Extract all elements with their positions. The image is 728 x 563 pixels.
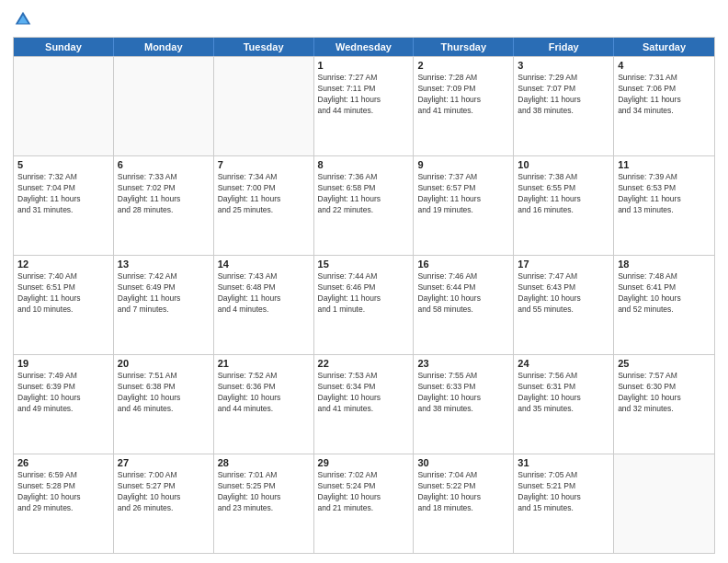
cell-day-number: 23 bbox=[417, 358, 509, 369]
header bbox=[13, 9, 715, 29]
cell-info: Sunrise: 7:39 AM Sunset: 6:53 PM Dayligh… bbox=[618, 172, 711, 216]
cell-info: Sunrise: 7:40 AM Sunset: 6:51 PM Dayligh… bbox=[17, 271, 109, 316]
cell-day-number: 8 bbox=[318, 159, 410, 170]
cell-info: Sunrise: 7:38 AM Sunset: 6:55 PM Dayligh… bbox=[518, 172, 609, 216]
cell-info: Sunrise: 7:47 AM Sunset: 6:43 PM Dayligh… bbox=[518, 271, 609, 316]
cell-info: Sunrise: 7:46 AM Sunset: 6:44 PM Dayligh… bbox=[417, 271, 509, 316]
cell-day-number: 2 bbox=[417, 60, 509, 71]
cell-day-number: 9 bbox=[417, 159, 509, 170]
header-day-friday: Friday bbox=[514, 38, 614, 56]
cell-day-number: 27 bbox=[118, 457, 210, 468]
calendar-cell: 22Sunrise: 7:53 AM Sunset: 6:34 PM Dayli… bbox=[314, 355, 415, 454]
cell-info: Sunrise: 7:31 AM Sunset: 7:06 PM Dayligh… bbox=[618, 73, 711, 117]
calendar-cell: 24Sunrise: 7:56 AM Sunset: 6:31 PM Dayli… bbox=[514, 355, 614, 454]
calendar-cell: 19Sunrise: 7:49 AM Sunset: 6:39 PM Dayli… bbox=[14, 355, 114, 454]
calendar-cell: 18Sunrise: 7:48 AM Sunset: 6:41 PM Dayli… bbox=[614, 256, 714, 354]
cell-info: Sunrise: 7:57 AM Sunset: 6:30 PM Dayligh… bbox=[618, 371, 711, 415]
cell-day-number: 16 bbox=[417, 259, 509, 270]
cell-info: Sunrise: 7:48 AM Sunset: 6:41 PM Dayligh… bbox=[618, 271, 711, 316]
cell-info: Sunrise: 6:59 AM Sunset: 5:28 PM Dayligh… bbox=[17, 470, 109, 514]
calendar-cell bbox=[614, 454, 714, 553]
cell-day-number: 6 bbox=[118, 159, 210, 170]
cell-info: Sunrise: 7:42 AM Sunset: 6:49 PM Dayligh… bbox=[118, 271, 210, 316]
calendar: SundayMondayTuesdayWednesdayThursdayFrid… bbox=[13, 37, 715, 554]
calendar-cell: 7Sunrise: 7:34 AM Sunset: 7:00 PM Daylig… bbox=[214, 156, 314, 255]
calendar-cell: 25Sunrise: 7:57 AM Sunset: 6:30 PM Dayli… bbox=[614, 355, 714, 454]
cell-day-number: 28 bbox=[218, 457, 310, 468]
calendar-cell: 2Sunrise: 7:28 AM Sunset: 7:09 PM Daylig… bbox=[414, 57, 514, 155]
calendar-cell: 17Sunrise: 7:47 AM Sunset: 6:43 PM Dayli… bbox=[514, 256, 614, 354]
cell-info: Sunrise: 7:05 AM Sunset: 5:21 PM Dayligh… bbox=[518, 470, 609, 514]
calendar-cell: 28Sunrise: 7:01 AM Sunset: 5:25 PM Dayli… bbox=[214, 454, 314, 553]
cell-info: Sunrise: 7:36 AM Sunset: 6:58 PM Dayligh… bbox=[318, 172, 410, 216]
calendar-cell: 13Sunrise: 7:42 AM Sunset: 6:49 PM Dayli… bbox=[114, 256, 214, 354]
cell-day-number: 19 bbox=[17, 358, 109, 369]
calendar-cell: 29Sunrise: 7:02 AM Sunset: 5:24 PM Dayli… bbox=[314, 454, 415, 553]
cell-day-number: 22 bbox=[318, 358, 410, 369]
calendar-cell: 21Sunrise: 7:52 AM Sunset: 6:36 PM Dayli… bbox=[214, 355, 314, 454]
calendar-cell: 27Sunrise: 7:00 AM Sunset: 5:27 PM Dayli… bbox=[114, 454, 214, 553]
cell-day-number: 3 bbox=[518, 60, 609, 71]
cell-info: Sunrise: 7:56 AM Sunset: 6:31 PM Dayligh… bbox=[518, 371, 609, 415]
calendar-header: SundayMondayTuesdayWednesdayThursdayFrid… bbox=[14, 38, 714, 56]
calendar-cell: 30Sunrise: 7:04 AM Sunset: 5:22 PM Dayli… bbox=[414, 454, 514, 553]
header-day-sunday: Sunday bbox=[14, 38, 114, 56]
calendar-cell: 15Sunrise: 7:44 AM Sunset: 6:46 PM Dayli… bbox=[314, 256, 415, 354]
calendar-cell: 31Sunrise: 7:05 AM Sunset: 5:21 PM Dayli… bbox=[514, 454, 614, 553]
cell-info: Sunrise: 7:28 AM Sunset: 7:09 PM Dayligh… bbox=[417, 73, 509, 117]
cell-info: Sunrise: 7:53 AM Sunset: 6:34 PM Dayligh… bbox=[318, 371, 410, 415]
calendar-cell: 12Sunrise: 7:40 AM Sunset: 6:51 PM Dayli… bbox=[14, 256, 114, 354]
calendar-cell: 11Sunrise: 7:39 AM Sunset: 6:53 PM Dayli… bbox=[614, 156, 714, 255]
cell-info: Sunrise: 7:52 AM Sunset: 6:36 PM Dayligh… bbox=[218, 371, 310, 415]
calendar-cell: 4Sunrise: 7:31 AM Sunset: 7:06 PM Daylig… bbox=[614, 57, 714, 155]
cell-info: Sunrise: 7:33 AM Sunset: 7:02 PM Dayligh… bbox=[118, 172, 210, 216]
header-day-saturday: Saturday bbox=[614, 38, 714, 56]
calendar-cell: 1Sunrise: 7:27 AM Sunset: 7:11 PM Daylig… bbox=[314, 57, 415, 155]
calendar-cell: 20Sunrise: 7:51 AM Sunset: 6:38 PM Dayli… bbox=[114, 355, 214, 454]
cell-day-number: 5 bbox=[17, 159, 109, 170]
calendar-row-2: 12Sunrise: 7:40 AM Sunset: 6:51 PM Dayli… bbox=[14, 255, 714, 354]
cell-info: Sunrise: 7:02 AM Sunset: 5:24 PM Dayligh… bbox=[318, 470, 410, 514]
cell-day-number: 14 bbox=[218, 259, 310, 270]
cell-day-number: 21 bbox=[218, 358, 310, 369]
cell-day-number: 15 bbox=[318, 259, 410, 270]
cell-info: Sunrise: 7:00 AM Sunset: 5:27 PM Dayligh… bbox=[118, 470, 210, 514]
calendar-row-4: 26Sunrise: 6:59 AM Sunset: 5:28 PM Dayli… bbox=[14, 454, 714, 553]
cell-day-number: 11 bbox=[618, 159, 711, 170]
cell-day-number: 18 bbox=[618, 259, 711, 270]
cell-day-number: 31 bbox=[518, 457, 609, 468]
calendar-cell: 3Sunrise: 7:29 AM Sunset: 7:07 PM Daylig… bbox=[514, 57, 614, 155]
calendar-cell: 9Sunrise: 7:37 AM Sunset: 6:57 PM Daylig… bbox=[414, 156, 514, 255]
logo-icon bbox=[13, 9, 33, 29]
cell-day-number: 17 bbox=[518, 259, 609, 270]
calendar-cell: 8Sunrise: 7:36 AM Sunset: 6:58 PM Daylig… bbox=[314, 156, 415, 255]
header-day-thursday: Thursday bbox=[414, 38, 514, 56]
calendar-cell: 16Sunrise: 7:46 AM Sunset: 6:44 PM Dayli… bbox=[414, 256, 514, 354]
cell-info: Sunrise: 7:51 AM Sunset: 6:38 PM Dayligh… bbox=[118, 371, 210, 415]
cell-day-number: 20 bbox=[118, 358, 210, 369]
cell-day-number: 4 bbox=[618, 60, 711, 71]
header-day-monday: Monday bbox=[114, 38, 214, 56]
cell-day-number: 24 bbox=[518, 358, 609, 369]
calendar-row-3: 19Sunrise: 7:49 AM Sunset: 6:39 PM Dayli… bbox=[14, 354, 714, 454]
calendar-cell bbox=[14, 57, 114, 155]
page: SundayMondayTuesdayWednesdayThursdayFrid… bbox=[0, 0, 728, 563]
calendar-cell: 23Sunrise: 7:55 AM Sunset: 6:33 PM Dayli… bbox=[414, 355, 514, 454]
calendar-cell: 6Sunrise: 7:33 AM Sunset: 7:02 PM Daylig… bbox=[114, 156, 214, 255]
calendar-row-0: 1Sunrise: 7:27 AM Sunset: 7:11 PM Daylig… bbox=[14, 56, 714, 155]
calendar-cell bbox=[114, 57, 214, 155]
cell-day-number: 12 bbox=[17, 259, 109, 270]
cell-day-number: 10 bbox=[518, 159, 609, 170]
logo bbox=[13, 9, 35, 29]
calendar-cell bbox=[214, 57, 314, 155]
cell-info: Sunrise: 7:49 AM Sunset: 6:39 PM Dayligh… bbox=[17, 371, 109, 415]
calendar-row-1: 5Sunrise: 7:32 AM Sunset: 7:04 PM Daylig… bbox=[14, 155, 714, 255]
calendar-cell: 10Sunrise: 7:38 AM Sunset: 6:55 PM Dayli… bbox=[514, 156, 614, 255]
cell-info: Sunrise: 7:43 AM Sunset: 6:48 PM Dayligh… bbox=[218, 271, 310, 316]
cell-info: Sunrise: 7:27 AM Sunset: 7:11 PM Dayligh… bbox=[318, 73, 410, 117]
cell-day-number: 13 bbox=[118, 259, 210, 270]
cell-info: Sunrise: 7:34 AM Sunset: 7:00 PM Dayligh… bbox=[218, 172, 310, 216]
calendar-cell: 26Sunrise: 6:59 AM Sunset: 5:28 PM Dayli… bbox=[14, 454, 114, 553]
cell-info: Sunrise: 7:55 AM Sunset: 6:33 PM Dayligh… bbox=[417, 371, 509, 415]
cell-info: Sunrise: 7:32 AM Sunset: 7:04 PM Dayligh… bbox=[17, 172, 109, 216]
